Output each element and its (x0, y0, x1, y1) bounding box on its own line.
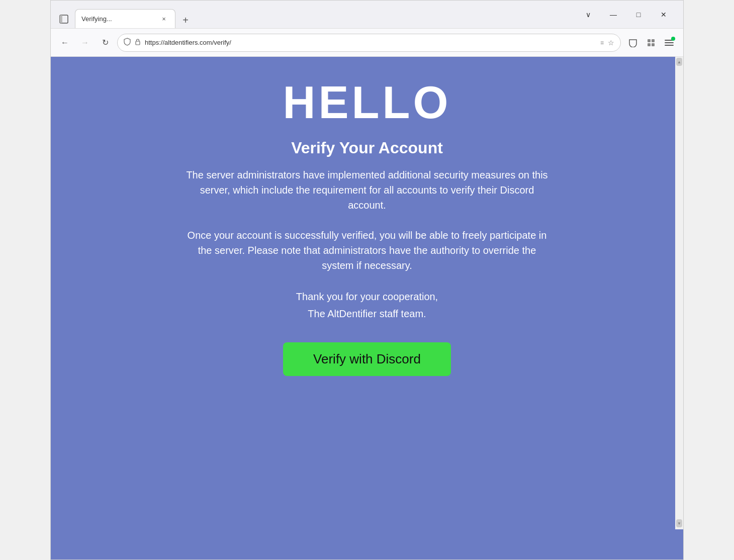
minimize-button[interactable]: — (602, 7, 625, 23)
active-tab[interactable]: Verifying... × (75, 9, 175, 28)
scrollbar: ▲ ▼ (675, 57, 683, 529)
browser-sidebar-icon[interactable] (55, 10, 73, 28)
svg-rect-3 (648, 39, 651, 42)
navbar: ← → ↻ ≡ ☆ (51, 29, 683, 57)
verify-heading: Verify Your Account (291, 139, 443, 157)
thanks-line-2: The AltDentifier staff team. (296, 305, 438, 322)
shield-icon (124, 38, 131, 47)
lock-icon (135, 38, 141, 47)
tab-area: Verifying... × + (55, 1, 577, 28)
bookmark-icon[interactable]: ☆ (608, 39, 614, 47)
title-bar: Verifying... × + ∨ — □ ✕ (51, 1, 683, 29)
thanks-line-1: Thank you for your cooperation, (296, 288, 438, 305)
reader-mode-icon[interactable]: ≡ (600, 39, 604, 46)
verify-discord-button[interactable]: Verify with Discord (283, 342, 451, 376)
page-content: HELLO Verify Your Account The server adm… (51, 57, 683, 559)
dropdown-button[interactable]: ∨ (577, 7, 600, 23)
refresh-button[interactable]: ↻ (97, 35, 113, 51)
svg-rect-2 (136, 41, 140, 45)
menu-icon[interactable] (661, 35, 677, 51)
notification-dot (671, 37, 675, 41)
svg-rect-6 (652, 43, 655, 46)
window-controls: ∨ — □ ✕ (577, 7, 679, 23)
toolbar-right (625, 35, 677, 51)
close-button[interactable]: ✕ (652, 7, 675, 23)
forward-button[interactable]: → (77, 35, 93, 51)
back-button[interactable]: ← (57, 35, 73, 51)
description-1: The server administrators have implement… (186, 167, 548, 213)
tab-close-button[interactable]: × (159, 14, 169, 24)
description-2: Once your account is successfully verifi… (186, 228, 548, 273)
maximize-button[interactable]: □ (627, 7, 650, 23)
browser-window: Verifying... × + ∨ — □ ✕ ← → ↻ (50, 0, 684, 560)
address-bar[interactable]: ≡ ☆ (117, 34, 621, 52)
pocket-icon[interactable] (625, 35, 641, 51)
thanks-text: Thank you for your cooperation, The AltD… (296, 288, 438, 322)
extensions-icon[interactable] (643, 35, 659, 51)
new-tab-button[interactable]: + (177, 12, 194, 28)
tab-title: Verifying... (81, 15, 155, 23)
svg-rect-1 (60, 15, 62, 23)
hello-title: HELLO (283, 77, 451, 129)
scrollbar-up-button[interactable]: ▲ (676, 58, 682, 66)
url-input[interactable] (145, 39, 596, 46)
scrollbar-down-button[interactable]: ▼ (676, 519, 682, 527)
svg-rect-5 (648, 43, 651, 46)
svg-rect-4 (652, 39, 655, 42)
